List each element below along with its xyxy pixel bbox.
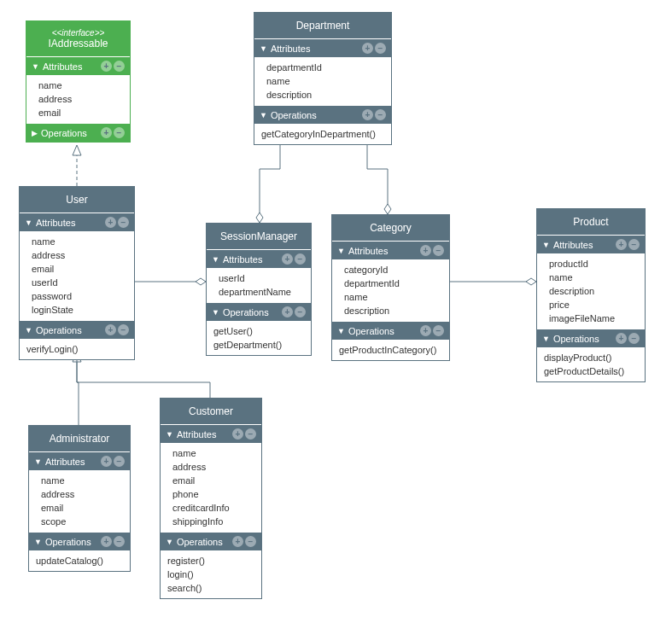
attributes-list: name address email <box>26 75 130 123</box>
section-label: Operations <box>223 307 269 317</box>
plus-icon[interactable]: + <box>420 325 431 336</box>
class-name: SessionManager <box>220 230 297 242</box>
chevron-down-icon: ▼ <box>212 308 219 317</box>
operations-header[interactable]: ▶Operations +− <box>26 123 130 142</box>
chevron-down-icon: ▼ <box>542 241 550 249</box>
attribute-item: name <box>161 446 261 460</box>
operation-item: getDepartment() <box>207 338 311 352</box>
section-label: Attributes <box>553 240 593 250</box>
plus-icon[interactable]: + <box>362 109 373 120</box>
attribute-item: name <box>254 74 391 88</box>
plus-icon[interactable]: + <box>616 333 627 344</box>
operation-item: getProductInCategory() <box>332 343 449 357</box>
chevron-down-icon: ▼ <box>260 44 267 53</box>
class-title: SessionManager <box>207 224 311 249</box>
plus-icon[interactable]: + <box>105 217 116 228</box>
attribute-item: name <box>29 474 130 487</box>
attributes-header[interactable]: ▼Attributes +− <box>29 451 130 470</box>
attribute-item: departmentId <box>332 277 449 290</box>
attribute-item: name <box>20 235 134 248</box>
attributes-header[interactable]: ▼Attributes +− <box>26 56 130 75</box>
class-title: Product <box>537 209 645 235</box>
minus-icon[interactable]: − <box>114 536 125 547</box>
attributes-list: departmentId name description <box>254 57 391 105</box>
attributes-header[interactable]: ▼Attributes +− <box>207 249 311 268</box>
attribute-item: imageFileName <box>537 312 645 325</box>
class-customer[interactable]: Customer ▼Attributes +− name address ema… <box>160 398 262 599</box>
minus-icon[interactable]: − <box>295 306 306 317</box>
attribute-item: productId <box>537 257 645 271</box>
operations-list: displayProduct() getProductDetails() <box>537 347 645 381</box>
minus-icon[interactable]: − <box>118 217 129 228</box>
plus-icon[interactable]: + <box>101 536 112 547</box>
class-category[interactable]: Category ▼Attributes +− categoryId depar… <box>331 214 450 361</box>
plus-icon[interactable]: + <box>282 306 293 317</box>
operations-header[interactable]: ▼Operations +− <box>207 302 311 321</box>
class-sessionmanager[interactable]: SessionManager ▼Attributes +− userId dep… <box>206 223 312 356</box>
attributes-header[interactable]: ▼Attributes +− <box>161 424 261 443</box>
operations-header[interactable]: ▼Operations +− <box>254 105 391 124</box>
attribute-item: departmentName <box>207 285 311 299</box>
section-label: Operations <box>177 537 223 547</box>
attribute-item: loginState <box>20 303 134 317</box>
operation-item: getCategoryInDepartment() <box>254 127 391 141</box>
plus-icon[interactable]: + <box>101 127 112 138</box>
operations-list: getUser() getDepartment() <box>207 321 311 355</box>
plus-icon[interactable]: + <box>420 245 431 256</box>
chevron-right-icon: ▶ <box>32 129 38 137</box>
minus-icon[interactable]: − <box>114 127 125 138</box>
attribute-item: price <box>537 298 645 312</box>
plus-icon[interactable]: + <box>105 324 116 335</box>
uml-canvas: { "diagram": { "type": "uml-class-diagra… <box>0 0 672 623</box>
plus-icon[interactable]: + <box>362 43 373 54</box>
operations-header[interactable]: ▼Operations +− <box>537 329 645 347</box>
minus-icon[interactable]: − <box>375 43 386 54</box>
stereotype-label: <<interface>> <box>30 28 126 38</box>
operations-list: register() login() search() <box>161 550 261 598</box>
minus-icon[interactable]: − <box>433 245 444 256</box>
class-title: User <box>20 187 134 213</box>
minus-icon[interactable]: − <box>245 536 256 547</box>
plus-icon[interactable]: + <box>232 428 243 440</box>
class-name: Customer <box>189 405 233 417</box>
chevron-down-icon: ▼ <box>212 255 219 264</box>
class-product[interactable]: Product ▼Attributes +− productId name de… <box>536 208 646 382</box>
minus-icon[interactable]: − <box>433 325 444 336</box>
attributes-header[interactable]: ▼Attributes +− <box>537 235 645 253</box>
attributes-list: userId departmentName <box>207 268 311 302</box>
class-department[interactable]: Department ▼Attributes +− departmentId n… <box>254 12 392 145</box>
class-user[interactable]: User ▼Attributes +− name address email u… <box>19 186 135 360</box>
section-label: Attributes <box>36 218 75 228</box>
minus-icon[interactable]: − <box>375 109 386 120</box>
attributes-header[interactable]: ▼Attributes +− <box>20 213 134 231</box>
chevron-down-icon: ▼ <box>260 111 267 119</box>
attributes-header[interactable]: ▼Attributes +− <box>332 241 449 259</box>
minus-icon[interactable]: − <box>114 456 125 467</box>
operations-header[interactable]: ▼Operations +− <box>29 532 130 550</box>
class-iaddressable[interactable]: <<interface>> IAddressable ▼Attributes +… <box>26 20 131 143</box>
minus-icon[interactable]: − <box>245 428 256 440</box>
minus-icon[interactable]: − <box>295 253 306 265</box>
plus-icon[interactable]: + <box>101 61 112 72</box>
operations-header[interactable]: ▼Operations +− <box>20 320 134 339</box>
attributes-header[interactable]: ▼Attributes +− <box>254 38 391 57</box>
attribute-item: categoryId <box>332 263 449 277</box>
section-label: Operations <box>45 537 91 547</box>
class-administrator[interactable]: Administrator ▼Attributes +− name addres… <box>28 425 131 572</box>
minus-icon[interactable]: − <box>118 324 129 335</box>
operations-header[interactable]: ▼Operations +− <box>161 532 261 550</box>
operations-list: verifyLogin() <box>20 339 134 359</box>
attribute-item: scope <box>29 515 130 528</box>
section-label: Attributes <box>43 61 82 72</box>
plus-icon[interactable]: + <box>616 239 627 250</box>
minus-icon[interactable]: − <box>628 333 640 344</box>
minus-icon[interactable]: − <box>628 239 640 250</box>
plus-icon[interactable]: + <box>101 456 112 467</box>
chevron-down-icon: ▼ <box>542 335 550 343</box>
plus-icon[interactable]: + <box>282 253 293 265</box>
plus-icon[interactable]: + <box>232 536 243 547</box>
attributes-list: categoryId departmentId name description <box>332 259 449 321</box>
operations-header[interactable]: ▼Operations +− <box>332 321 449 340</box>
minus-icon[interactable]: − <box>114 61 125 72</box>
attributes-list: name address email scope <box>29 470 130 532</box>
